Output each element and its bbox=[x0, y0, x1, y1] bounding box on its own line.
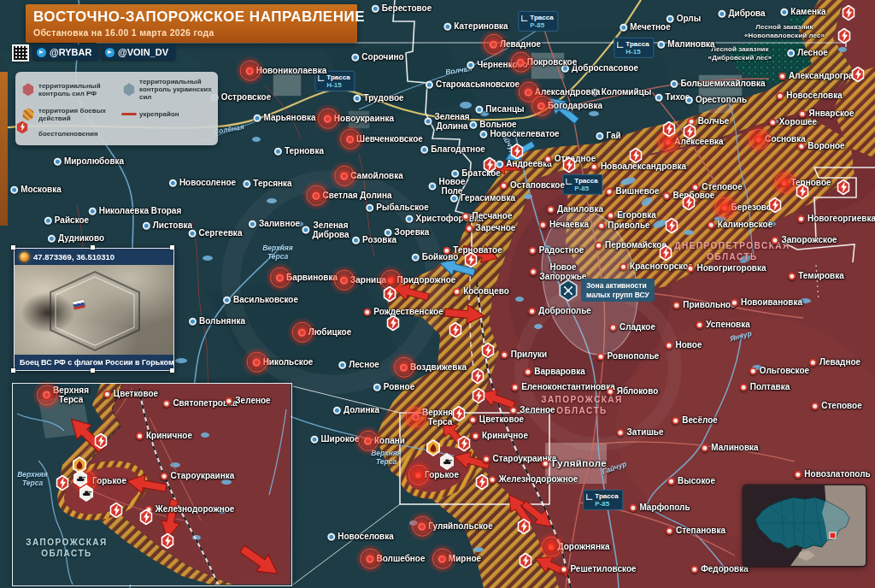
clash-icon bbox=[16, 121, 28, 133]
location-marker bbox=[830, 532, 836, 538]
legend-item-rf: территориальный контроль сил РФ bbox=[22, 78, 121, 102]
legend-item-ua: территориальный контроль украинских сил bbox=[123, 78, 213, 102]
photo-header: 47.873369, 36.510310 bbox=[15, 249, 173, 265]
selection-handle bbox=[11, 368, 15, 373]
legend-item-clash: боестолкновения bbox=[22, 127, 121, 140]
telegram-handle-rybar: @RYBAR bbox=[32, 44, 98, 60]
legend-label: территория боевых действий bbox=[38, 107, 117, 122]
legend-item-fort: укрепрайон bbox=[123, 107, 213, 122]
handle-label: @VOIN_DV bbox=[118, 47, 168, 57]
legend: территориальный контроль сил РФ территор… bbox=[15, 72, 218, 145]
zoom-inset-map bbox=[12, 383, 292, 586]
ua-control-icon bbox=[123, 83, 135, 96]
selection-handle bbox=[11, 245, 15, 250]
left-accent-strip bbox=[0, 72, 8, 226]
selection-handle bbox=[170, 368, 174, 373]
photo-inset: 47.873369, 36.510310 Боец ВС РФ с флагом… bbox=[14, 248, 174, 371]
legend-label: территориальный контроль сил РФ bbox=[38, 82, 117, 97]
qr-code bbox=[12, 44, 29, 62]
vsu-activity-label: Зона активности малых групп ВСУ bbox=[581, 279, 655, 302]
map-title: ВОСТОЧНО-ЗАПОРОЖСКОЕ НАПРАВЛЕНИЕ bbox=[33, 9, 349, 26]
map-poster: БерестовоеКатериновкаСорочиноЧерненковоС… bbox=[0, 0, 875, 588]
rf-control-icon bbox=[22, 83, 34, 96]
inset-village-grid bbox=[38, 396, 90, 438]
legend-label: укрепрайон bbox=[139, 110, 179, 118]
telegram-handle-voindv: @VOIN_DV bbox=[101, 44, 175, 60]
telegram-icon bbox=[37, 48, 46, 57]
title-banner: ВОСТОЧНО-ЗАПОРОЖСКОЕ НАПРАВЛЕНИЕ Обстано… bbox=[26, 4, 357, 43]
photo-image bbox=[15, 265, 173, 355]
ukraine-locator-map bbox=[743, 485, 866, 566]
vsu-activity-badge: Зона активности малых групп ВСУ bbox=[558, 279, 655, 302]
fortified-line-icon bbox=[121, 113, 137, 115]
handle-label: @RYBAR bbox=[50, 47, 91, 57]
photo-coordinates: 47.873369, 36.510310 bbox=[33, 252, 115, 262]
geo-marker-icon bbox=[20, 252, 29, 262]
combat-zone-icon bbox=[22, 108, 34, 121]
selection-handle bbox=[91, 368, 95, 373]
legend-item-combat: территория боевых действий bbox=[22, 107, 121, 122]
selection-handle bbox=[170, 245, 174, 250]
inset-map-canvas bbox=[13, 384, 291, 585]
selection-handle bbox=[91, 245, 95, 250]
telegram-icon bbox=[105, 48, 115, 57]
legend-label: боестолкновения bbox=[38, 130, 98, 138]
drone-icon bbox=[558, 279, 578, 302]
legend-label: территориальный контроль украинских сил bbox=[139, 78, 213, 102]
map-subtitle: Обстановка на 16.00 1 марта 2026 года bbox=[33, 27, 349, 38]
